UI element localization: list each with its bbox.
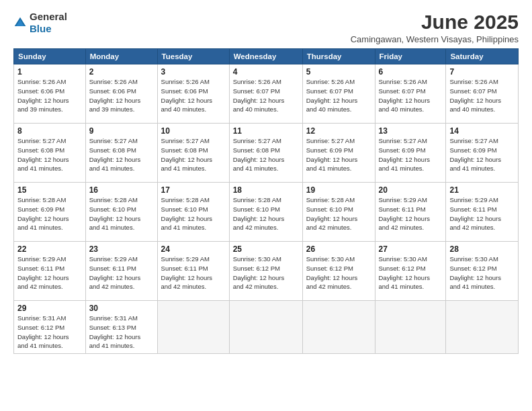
table-row: 18Sunrise: 5:28 AM Sunset: 6:10 PM Dayli… xyxy=(229,183,302,242)
col-friday: Friday xyxy=(375,49,446,64)
table-row: 11Sunrise: 5:27 AM Sunset: 6:08 PM Dayli… xyxy=(229,124,302,183)
calendar-week-row: 8Sunrise: 5:27 AM Sunset: 6:08 PM Daylig… xyxy=(14,124,519,183)
day-number: 29 xyxy=(17,304,82,313)
calendar-week-row: 15Sunrise: 5:28 AM Sunset: 6:09 PM Dayli… xyxy=(14,183,519,242)
day-number: 5 xyxy=(306,67,371,77)
table-row: 20Sunrise: 5:29 AM Sunset: 6:11 PM Dayli… xyxy=(375,183,446,242)
day-number: 16 xyxy=(89,185,154,195)
day-number: 20 xyxy=(379,185,443,195)
day-info: Sunrise: 5:28 AM Sunset: 6:10 PM Dayligh… xyxy=(233,195,299,232)
day-number: 8 xyxy=(17,126,82,136)
day-number: 10 xyxy=(161,126,226,136)
logo-blue: Blue xyxy=(30,23,52,34)
table-row: 13Sunrise: 5:27 AM Sunset: 6:09 PM Dayli… xyxy=(375,124,446,183)
day-number: 1 xyxy=(17,67,82,77)
day-number: 9 xyxy=(89,126,154,136)
table-row: 7Sunrise: 5:26 AM Sunset: 6:07 PM Daylig… xyxy=(446,64,519,124)
table-row: 17Sunrise: 5:28 AM Sunset: 6:10 PM Dayli… xyxy=(157,183,229,242)
col-monday: Monday xyxy=(85,49,157,64)
header: General Blue June 2025 Camingawan, Weste… xyxy=(13,11,519,44)
table-row: 6Sunrise: 5:26 AM Sunset: 6:07 PM Daylig… xyxy=(375,64,446,124)
table-row: 8Sunrise: 5:27 AM Sunset: 6:08 PM Daylig… xyxy=(14,124,86,183)
day-info: Sunrise: 5:27 AM Sunset: 6:09 PM Dayligh… xyxy=(379,136,443,173)
day-number: 28 xyxy=(449,244,515,254)
day-info: Sunrise: 5:26 AM Sunset: 6:06 PM Dayligh… xyxy=(89,77,154,114)
table-row xyxy=(375,301,446,354)
day-info: Sunrise: 5:29 AM Sunset: 6:11 PM Dayligh… xyxy=(161,255,226,291)
table-row: 19Sunrise: 5:28 AM Sunset: 6:10 PM Dayli… xyxy=(302,183,375,242)
table-row: 10Sunrise: 5:27 AM Sunset: 6:08 PM Dayli… xyxy=(157,124,229,183)
day-info: Sunrise: 5:29 AM Sunset: 6:11 PM Dayligh… xyxy=(89,255,154,291)
day-info: Sunrise: 5:27 AM Sunset: 6:08 PM Dayligh… xyxy=(89,136,154,173)
table-row: 5Sunrise: 5:26 AM Sunset: 6:07 PM Daylig… xyxy=(302,64,375,124)
col-saturday: Saturday xyxy=(446,49,519,64)
table-row: 15Sunrise: 5:28 AM Sunset: 6:09 PM Dayli… xyxy=(14,183,86,242)
day-number: 11 xyxy=(233,126,299,136)
day-info: Sunrise: 5:26 AM Sunset: 6:06 PM Dayligh… xyxy=(17,77,82,114)
table-row: 23Sunrise: 5:29 AM Sunset: 6:11 PM Dayli… xyxy=(85,242,157,301)
day-info: Sunrise: 5:28 AM Sunset: 6:09 PM Dayligh… xyxy=(17,195,82,232)
logo-icon xyxy=(13,16,27,30)
day-info: Sunrise: 5:27 AM Sunset: 6:08 PM Dayligh… xyxy=(161,136,226,173)
day-number: 21 xyxy=(449,185,515,195)
day-number: 14 xyxy=(449,126,515,136)
day-number: 18 xyxy=(233,185,299,195)
day-info: Sunrise: 5:30 AM Sunset: 6:12 PM Dayligh… xyxy=(306,255,371,291)
day-number: 2 xyxy=(89,67,154,77)
table-row: 3Sunrise: 5:26 AM Sunset: 6:06 PM Daylig… xyxy=(157,64,229,124)
day-info: Sunrise: 5:26 AM Sunset: 6:06 PM Dayligh… xyxy=(161,77,226,114)
day-info: Sunrise: 5:30 AM Sunset: 6:12 PM Dayligh… xyxy=(449,255,515,291)
col-tuesday: Tuesday xyxy=(157,49,229,64)
day-info: Sunrise: 5:31 AM Sunset: 6:13 PM Dayligh… xyxy=(89,314,154,351)
day-info: Sunrise: 5:31 AM Sunset: 6:12 PM Dayligh… xyxy=(17,314,82,351)
day-number: 23 xyxy=(89,244,154,254)
table-row: 14Sunrise: 5:27 AM Sunset: 6:09 PM Dayli… xyxy=(446,124,519,183)
day-number: 6 xyxy=(379,67,443,77)
day-info: Sunrise: 5:29 AM Sunset: 6:11 PM Dayligh… xyxy=(379,195,443,232)
calendar-week-row: 22Sunrise: 5:29 AM Sunset: 6:11 PM Dayli… xyxy=(14,242,519,301)
day-number: 13 xyxy=(379,126,443,136)
day-number: 26 xyxy=(306,244,371,254)
table-row: 25Sunrise: 5:30 AM Sunset: 6:12 PM Dayli… xyxy=(229,242,302,301)
table-row: 28Sunrise: 5:30 AM Sunset: 6:12 PM Dayli… xyxy=(446,242,519,301)
logo-general: General xyxy=(30,11,67,22)
day-number: 17 xyxy=(161,185,226,195)
table-row xyxy=(157,301,229,354)
day-number: 4 xyxy=(233,67,299,77)
page-container: General Blue June 2025 Camingawan, Weste… xyxy=(0,0,532,411)
table-row: 22Sunrise: 5:29 AM Sunset: 6:11 PM Dayli… xyxy=(14,242,86,301)
table-row: 30Sunrise: 5:31 AM Sunset: 6:13 PM Dayli… xyxy=(85,301,157,354)
col-sunday: Sunday xyxy=(14,49,86,64)
calendar-header-row: Sunday Monday Tuesday Wednesday Thursday… xyxy=(14,49,519,64)
table-row: 2Sunrise: 5:26 AM Sunset: 6:06 PM Daylig… xyxy=(85,64,157,124)
table-row: 1Sunrise: 5:26 AM Sunset: 6:06 PM Daylig… xyxy=(14,64,86,124)
logo-text: General Blue xyxy=(30,11,67,35)
calendar-week-row: 1Sunrise: 5:26 AM Sunset: 6:06 PM Daylig… xyxy=(14,64,519,124)
table-row xyxy=(446,301,519,354)
day-number: 24 xyxy=(161,244,226,254)
day-info: Sunrise: 5:26 AM Sunset: 6:07 PM Dayligh… xyxy=(306,77,371,114)
table-row: 16Sunrise: 5:28 AM Sunset: 6:10 PM Dayli… xyxy=(85,183,157,242)
day-info: Sunrise: 5:27 AM Sunset: 6:08 PM Dayligh… xyxy=(233,136,299,173)
table-row: 26Sunrise: 5:30 AM Sunset: 6:12 PM Dayli… xyxy=(302,242,375,301)
table-row: 9Sunrise: 5:27 AM Sunset: 6:08 PM Daylig… xyxy=(85,124,157,183)
table-row: 12Sunrise: 5:27 AM Sunset: 6:09 PM Dayli… xyxy=(302,124,375,183)
day-number: 12 xyxy=(306,126,371,136)
table-row: 27Sunrise: 5:30 AM Sunset: 6:12 PM Dayli… xyxy=(375,242,446,301)
location-subtitle: Camingawan, Western Visayas, Philippines xyxy=(351,34,519,44)
day-info: Sunrise: 5:27 AM Sunset: 6:09 PM Dayligh… xyxy=(306,136,371,173)
day-info: Sunrise: 5:29 AM Sunset: 6:11 PM Dayligh… xyxy=(449,195,515,232)
day-info: Sunrise: 5:26 AM Sunset: 6:07 PM Dayligh… xyxy=(233,77,299,114)
logo: General Blue xyxy=(13,11,67,35)
day-number: 22 xyxy=(17,244,82,254)
day-info: Sunrise: 5:28 AM Sunset: 6:10 PM Dayligh… xyxy=(89,195,154,232)
day-number: 3 xyxy=(161,67,226,77)
day-number: 15 xyxy=(17,185,82,195)
day-info: Sunrise: 5:28 AM Sunset: 6:10 PM Dayligh… xyxy=(161,195,226,232)
day-info: Sunrise: 5:30 AM Sunset: 6:12 PM Dayligh… xyxy=(233,255,299,291)
calendar-table: Sunday Monday Tuesday Wednesday Thursday… xyxy=(13,48,519,354)
day-info: Sunrise: 5:30 AM Sunset: 6:12 PM Dayligh… xyxy=(379,255,443,291)
table-row xyxy=(302,301,375,354)
day-info: Sunrise: 5:29 AM Sunset: 6:11 PM Dayligh… xyxy=(17,255,82,291)
day-number: 25 xyxy=(233,244,299,254)
